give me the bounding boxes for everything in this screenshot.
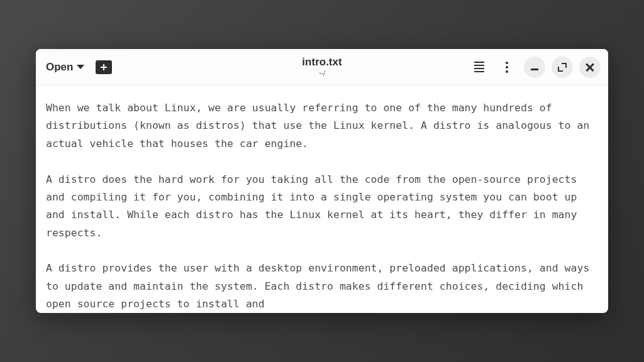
close-icon: [586, 63, 594, 72]
maximize-icon: [558, 63, 567, 72]
minimize-button[interactable]: [524, 57, 545, 78]
open-button-label: Open: [46, 61, 73, 74]
kebab-icon: [506, 62, 508, 73]
open-button[interactable]: Open: [43, 58, 87, 76]
text-editor-content[interactable]: When we talk about Linux, we are usually…: [36, 85, 608, 313]
file-title: intro.txt: [302, 56, 341, 69]
minimize-icon: [531, 69, 538, 70]
titlebar-left: Open: [43, 58, 112, 76]
close-button[interactable]: [579, 57, 601, 78]
titlebar-right: [469, 57, 601, 78]
new-document-button[interactable]: [96, 60, 112, 74]
more-button[interactable]: [496, 57, 518, 78]
maximize-button[interactable]: [552, 57, 573, 78]
hamburger-icon: [474, 62, 484, 73]
menu-button[interactable]: [469, 57, 490, 78]
file-path: ~/: [319, 69, 325, 78]
titlebar: Open intro.txt ~/: [36, 49, 608, 85]
titlebar-center: intro.txt ~/: [302, 56, 341, 78]
editor-window: Open intro.txt ~/: [36, 49, 608, 313]
chevron-down-icon: [77, 65, 84, 69]
